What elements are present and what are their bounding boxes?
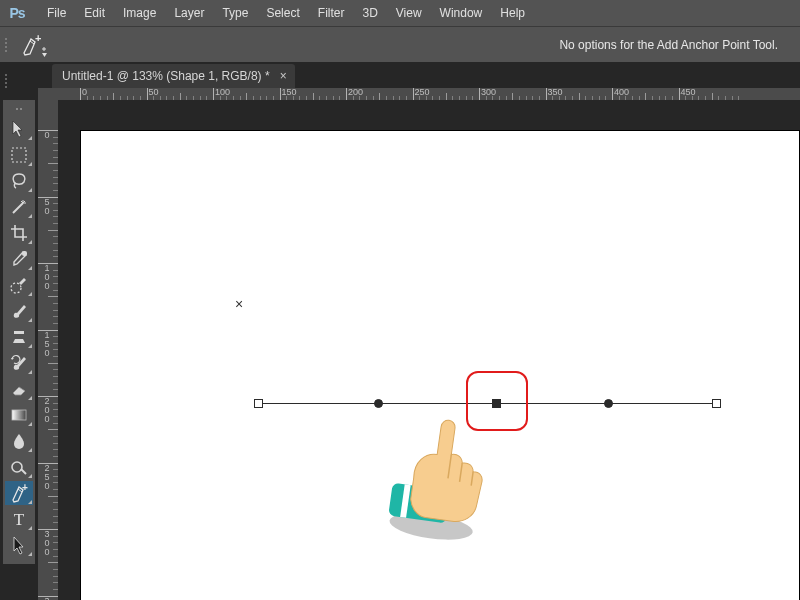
hruler-label: 450 — [681, 88, 696, 97]
marquee-tool-icon — [9, 145, 29, 165]
anchor-point[interactable] — [604, 399, 613, 408]
hruler-label: 200 — [348, 88, 363, 97]
pen-add-icon: + — [18, 33, 48, 57]
magic-wand-tool-icon — [9, 197, 29, 217]
vruler-label: 50 — [40, 198, 54, 216]
pen-tool[interactable]: + — [5, 481, 33, 505]
menu-select[interactable]: Select — [257, 0, 308, 26]
tools-panel: +T — [3, 100, 35, 564]
annotation-hand-pointer — [376, 408, 516, 551]
workspace: Untitled-1 @ 133% (Shape 1, RGB/8) * × +… — [0, 62, 800, 600]
svg-rect-1 — [12, 148, 26, 162]
magic-wand-tool[interactable] — [5, 195, 33, 219]
menu-view[interactable]: View — [387, 0, 431, 26]
hruler-label: 300 — [481, 88, 496, 97]
vruler-label: 250 — [40, 464, 54, 491]
eyedropper-tool-icon — [9, 249, 29, 269]
lasso-tool-icon — [9, 171, 29, 191]
eraser-tool[interactable] — [5, 377, 33, 401]
menu-layer[interactable]: Layer — [165, 0, 213, 26]
path-selection-tool[interactable] — [5, 533, 33, 557]
eyedropper-tool[interactable] — [5, 247, 33, 271]
clone-stamp-tool[interactable] — [5, 325, 33, 349]
hruler-label: 400 — [614, 88, 629, 97]
anchor-point[interactable] — [712, 399, 721, 408]
history-brush-tool[interactable] — [5, 351, 33, 375]
document-canvas[interactable]: × — [80, 130, 800, 600]
anchor-point[interactable] — [254, 399, 263, 408]
hruler-label: 100 — [215, 88, 230, 97]
svg-point-5 — [12, 462, 22, 472]
move-tool-icon — [9, 119, 29, 139]
hruler-label: 250 — [415, 88, 430, 97]
clone-stamp-tool-icon — [9, 327, 29, 347]
hruler-label: 150 — [282, 88, 297, 97]
app-logo: Ps — [4, 0, 30, 26]
move-tool[interactable] — [5, 117, 33, 141]
gradient-tool[interactable] — [5, 403, 33, 427]
blur-tool-icon — [9, 431, 29, 451]
options-bar-grip-lower[interactable] — [2, 63, 10, 98]
healing-brush-tool-icon — [9, 275, 29, 295]
crop-tool-icon — [9, 223, 29, 243]
menu-edit[interactable]: Edit — [75, 0, 114, 26]
menu-type[interactable]: Type — [213, 0, 257, 26]
menu-help[interactable]: Help — [491, 0, 534, 26]
pen-tool-icon: + — [8, 483, 30, 503]
app-logo-text: Ps — [6, 3, 28, 23]
marquee-tool[interactable] — [5, 143, 33, 167]
vruler-label: 150 — [40, 331, 54, 358]
type-tool-icon: T — [9, 509, 29, 529]
menu-image[interactable]: Image — [114, 0, 165, 26]
vruler-label: 100 — [40, 264, 54, 291]
vruler-label: 350 — [40, 597, 54, 601]
vertical-ruler[interactable]: 050100150200250300350 — [38, 100, 59, 600]
options-bar-message: No options for the Add Anchor Point Tool… — [559, 27, 778, 62]
menu-file[interactable]: File — [38, 0, 75, 26]
options-bar-grip[interactable] — [2, 27, 10, 62]
gradient-tool-icon — [9, 405, 29, 425]
vruler-label: 300 — [40, 530, 54, 557]
crop-tool[interactable] — [5, 221, 33, 245]
eraser-tool-icon — [9, 379, 29, 399]
svg-rect-2 — [22, 251, 27, 256]
svg-rect-4 — [12, 410, 26, 420]
document-tab-row: Untitled-1 @ 133% (Shape 1, RGB/8) * × — [52, 64, 295, 88]
svg-text:+: + — [35, 33, 41, 44]
menu-window[interactable]: Window — [431, 0, 492, 26]
healing-brush-tool[interactable] — [5, 273, 33, 297]
hruler-label: 350 — [548, 88, 563, 97]
menu-bar: Ps FileEditImageLayerTypeSelectFilter3DV… — [0, 0, 800, 26]
document-tab-title: Untitled-1 @ 133% (Shape 1, RGB/8) * — [62, 64, 270, 88]
dodge-tool[interactable] — [5, 455, 33, 479]
brush-tool-icon — [9, 301, 29, 321]
close-icon[interactable]: × — [280, 64, 287, 88]
tool-preset-picker[interactable]: + — [14, 31, 52, 59]
svg-text:T: T — [14, 510, 25, 529]
menu-filter[interactable]: Filter — [309, 0, 354, 26]
tools-panel-grip[interactable] — [3, 104, 35, 114]
type-tool[interactable]: T — [5, 507, 33, 531]
history-brush-tool-icon — [9, 353, 29, 373]
lasso-tool[interactable] — [5, 169, 33, 193]
svg-text:+: + — [22, 482, 28, 493]
vruler-label: 200 — [40, 397, 54, 424]
menu-3d[interactable]: 3D — [353, 0, 386, 26]
anchor-point[interactable] — [374, 399, 383, 408]
options-bar: + No options for the Add Anchor Point To… — [0, 26, 800, 63]
brush-tool[interactable] — [5, 299, 33, 323]
path-selection-tool-icon — [9, 535, 29, 555]
document-tab[interactable]: Untitled-1 @ 133% (Shape 1, RGB/8) * × — [52, 64, 295, 88]
vruler-label: 0 — [40, 131, 54, 140]
blur-tool[interactable] — [5, 429, 33, 453]
canvas-viewport[interactable]: × — [58, 100, 800, 600]
path-close-icon: × — [235, 296, 243, 312]
dodge-tool-icon — [9, 457, 29, 477]
svg-point-3 — [11, 283, 21, 293]
